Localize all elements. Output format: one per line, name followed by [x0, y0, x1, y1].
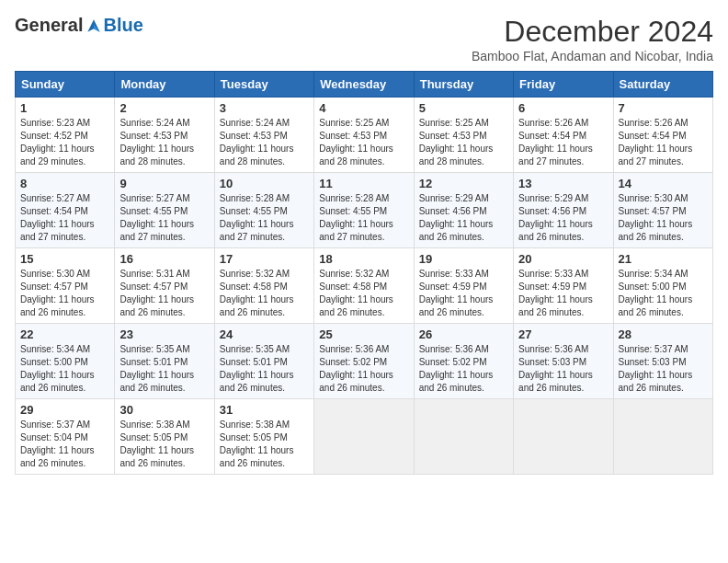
- day-info: Sunrise: 5:26 AM Sunset: 4:54 PM Dayligh…: [619, 117, 708, 168]
- calendar-cell: 13Sunrise: 5:29 AM Sunset: 4:56 PM Dayli…: [514, 173, 613, 248]
- calendar-cell: 22Sunrise: 5:34 AM Sunset: 5:00 PM Dayli…: [16, 324, 115, 399]
- day-number: 15: [20, 252, 109, 266]
- calendar-cell: 30Sunrise: 5:38 AM Sunset: 5:05 PM Dayli…: [115, 399, 214, 475]
- day-number: 21: [619, 252, 708, 266]
- header-thursday: Thursday: [414, 72, 513, 98]
- calendar-cell: 20Sunrise: 5:33 AM Sunset: 4:59 PM Dayli…: [514, 248, 613, 324]
- header-monday: Monday: [115, 72, 214, 98]
- calendar-cell: 7Sunrise: 5:26 AM Sunset: 4:54 PM Daylig…: [613, 98, 712, 173]
- day-info: Sunrise: 5:25 AM Sunset: 4:53 PM Dayligh…: [319, 117, 408, 168]
- logo-blue-text: Blue: [103, 15, 142, 36]
- day-number: 2: [119, 101, 209, 115]
- month-year: December 2024: [472, 15, 713, 49]
- calendar-cell: 28Sunrise: 5:37 AM Sunset: 5:03 PM Dayli…: [613, 324, 712, 399]
- calendar-cell: 11Sunrise: 5:28 AM Sunset: 4:55 PM Dayli…: [314, 173, 414, 248]
- calendar-cell: 6Sunrise: 5:26 AM Sunset: 4:54 PM Daylig…: [514, 98, 613, 173]
- calendar-cell: [314, 399, 414, 475]
- calendar-week-1: 1Sunrise: 5:23 AM Sunset: 4:52 PM Daylig…: [16, 98, 713, 173]
- day-number: 28: [619, 327, 708, 341]
- day-number: 27: [518, 327, 608, 341]
- day-number: 24: [220, 327, 309, 341]
- day-info: Sunrise: 5:28 AM Sunset: 4:55 PM Dayligh…: [220, 192, 309, 244]
- day-number: 13: [518, 177, 608, 190]
- location: Bamboo Flat, Andaman and Nicobar, India: [472, 49, 713, 63]
- day-info: Sunrise: 5:37 AM Sunset: 5:04 PM Dayligh…: [20, 419, 109, 470]
- day-number: 4: [319, 101, 408, 115]
- day-number: 20: [518, 252, 608, 266]
- page-header: General Blue December 2024 Bamboo Flat, …: [15, 15, 713, 63]
- calendar-cell: 3Sunrise: 5:24 AM Sunset: 4:53 PM Daylig…: [214, 98, 313, 173]
- day-info: Sunrise: 5:36 AM Sunset: 5:02 PM Dayligh…: [319, 343, 408, 395]
- calendar-cell: 15Sunrise: 5:30 AM Sunset: 4:57 PM Dayli…: [16, 248, 115, 324]
- calendar-cell: [414, 399, 513, 475]
- day-number: 25: [319, 327, 408, 341]
- day-number: 18: [319, 252, 408, 266]
- calendar-cell: 4Sunrise: 5:25 AM Sunset: 4:53 PM Daylig…: [314, 98, 414, 173]
- day-info: Sunrise: 5:34 AM Sunset: 5:00 PM Dayligh…: [619, 268, 708, 319]
- calendar-cell: 12Sunrise: 5:29 AM Sunset: 4:56 PM Dayli…: [414, 173, 513, 248]
- logo: General Blue: [15, 15, 143, 36]
- day-info: Sunrise: 5:36 AM Sunset: 5:03 PM Dayligh…: [518, 343, 608, 395]
- day-info: Sunrise: 5:32 AM Sunset: 4:58 PM Dayligh…: [319, 268, 408, 319]
- day-number: 19: [419, 252, 508, 266]
- calendar-cell: 5Sunrise: 5:25 AM Sunset: 4:53 PM Daylig…: [414, 98, 513, 173]
- day-number: 26: [419, 327, 508, 341]
- day-info: Sunrise: 5:23 AM Sunset: 4:52 PM Dayligh…: [20, 117, 109, 168]
- day-number: 5: [419, 101, 508, 115]
- day-info: Sunrise: 5:29 AM Sunset: 4:56 PM Dayligh…: [518, 192, 608, 244]
- day-info: Sunrise: 5:32 AM Sunset: 4:58 PM Dayligh…: [220, 268, 309, 319]
- day-info: Sunrise: 5:28 AM Sunset: 4:55 PM Dayligh…: [319, 192, 408, 244]
- day-info: Sunrise: 5:31 AM Sunset: 4:57 PM Dayligh…: [119, 268, 209, 319]
- day-info: Sunrise: 5:25 AM Sunset: 4:53 PM Dayligh…: [419, 117, 508, 168]
- day-number: 3: [220, 101, 309, 115]
- calendar-cell: 23Sunrise: 5:35 AM Sunset: 5:01 PM Dayli…: [115, 324, 214, 399]
- logo-general-text: General: [15, 15, 83, 36]
- calendar-cell: 8Sunrise: 5:27 AM Sunset: 4:54 PM Daylig…: [16, 173, 115, 248]
- day-info: Sunrise: 5:35 AM Sunset: 5:01 PM Dayligh…: [119, 343, 209, 395]
- logo-icon: [85, 17, 103, 35]
- day-info: Sunrise: 5:38 AM Sunset: 5:05 PM Dayligh…: [119, 419, 209, 470]
- day-number: 11: [319, 177, 408, 190]
- day-number: 14: [619, 177, 708, 190]
- day-number: 9: [119, 177, 209, 190]
- day-number: 7: [619, 101, 708, 115]
- day-number: 30: [119, 403, 209, 417]
- calendar-week-3: 15Sunrise: 5:30 AM Sunset: 4:57 PM Dayli…: [16, 248, 713, 324]
- title-section: December 2024 Bamboo Flat, Andaman and N…: [472, 15, 713, 63]
- calendar-week-5: 29Sunrise: 5:37 AM Sunset: 5:04 PM Dayli…: [16, 399, 713, 475]
- calendar-cell: 10Sunrise: 5:28 AM Sunset: 4:55 PM Dayli…: [214, 173, 313, 248]
- header-saturday: Saturday: [613, 72, 712, 98]
- day-number: 22: [20, 327, 109, 341]
- day-number: 6: [518, 101, 608, 115]
- calendar-cell: 14Sunrise: 5:30 AM Sunset: 4:57 PM Dayli…: [613, 173, 712, 248]
- day-number: 16: [119, 252, 209, 266]
- calendar-cell: 17Sunrise: 5:32 AM Sunset: 4:58 PM Dayli…: [214, 248, 313, 324]
- calendar-cell: 31Sunrise: 5:38 AM Sunset: 5:05 PM Dayli…: [214, 399, 313, 475]
- day-info: Sunrise: 5:33 AM Sunset: 4:59 PM Dayligh…: [518, 268, 608, 319]
- day-info: Sunrise: 5:38 AM Sunset: 5:05 PM Dayligh…: [220, 419, 309, 470]
- calendar-cell: 1Sunrise: 5:23 AM Sunset: 4:52 PM Daylig…: [16, 98, 115, 173]
- calendar-header-row: SundayMondayTuesdayWednesdayThursdayFrid…: [16, 72, 713, 98]
- day-info: Sunrise: 5:35 AM Sunset: 5:01 PM Dayligh…: [220, 343, 309, 395]
- calendar-week-4: 22Sunrise: 5:34 AM Sunset: 5:00 PM Dayli…: [16, 324, 713, 399]
- day-number: 31: [220, 403, 309, 417]
- calendar-cell: 26Sunrise: 5:36 AM Sunset: 5:02 PM Dayli…: [414, 324, 513, 399]
- day-info: Sunrise: 5:26 AM Sunset: 4:54 PM Dayligh…: [518, 117, 608, 168]
- day-number: 17: [220, 252, 309, 266]
- calendar-cell: 19Sunrise: 5:33 AM Sunset: 4:59 PM Dayli…: [414, 248, 513, 324]
- day-info: Sunrise: 5:37 AM Sunset: 5:03 PM Dayligh…: [619, 343, 708, 395]
- calendar-cell: 18Sunrise: 5:32 AM Sunset: 4:58 PM Dayli…: [314, 248, 414, 324]
- header-tuesday: Tuesday: [214, 72, 313, 98]
- day-number: 1: [20, 101, 109, 115]
- calendar-cell: 2Sunrise: 5:24 AM Sunset: 4:53 PM Daylig…: [115, 98, 214, 173]
- day-info: Sunrise: 5:29 AM Sunset: 4:56 PM Dayligh…: [419, 192, 508, 244]
- day-number: 23: [119, 327, 209, 341]
- header-sunday: Sunday: [16, 72, 115, 98]
- calendar-cell: 9Sunrise: 5:27 AM Sunset: 4:55 PM Daylig…: [115, 173, 214, 248]
- day-number: 29: [20, 403, 109, 417]
- day-info: Sunrise: 5:27 AM Sunset: 4:54 PM Dayligh…: [20, 192, 109, 244]
- day-number: 8: [20, 177, 109, 190]
- day-number: 10: [220, 177, 309, 190]
- day-info: Sunrise: 5:34 AM Sunset: 5:00 PM Dayligh…: [20, 343, 109, 395]
- calendar-table: SundayMondayTuesdayWednesdayThursdayFrid…: [15, 71, 713, 475]
